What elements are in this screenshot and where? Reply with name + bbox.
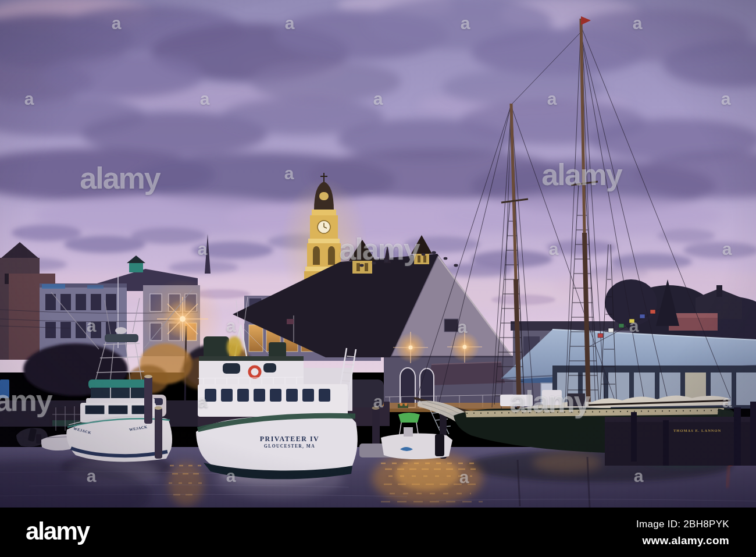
footer-bar: alamy Image ID: 2BH8PYK www.alamy.com (0, 508, 756, 557)
website-text: www.alamy.com (636, 534, 729, 547)
party-boat-port: GLOUCESTER, MA (258, 444, 322, 449)
alamy-logo: alamy (26, 519, 89, 544)
vignette (0, 0, 756, 508)
stock-photo: PRIVATEER IV GLOUCESTER, MA WEJACK WEJAC… (0, 0, 756, 508)
footer-info: Image ID: 2BH8PYK www.alamy.com (636, 518, 729, 547)
image-id-text: Image ID: 2BH8PYK (636, 518, 729, 530)
harbor-scene (0, 0, 756, 508)
party-boat-name: PRIVATEER IV (258, 435, 322, 444)
schooner-stern-name: THOMAS E. LANNON (673, 428, 721, 432)
stock-photo-page: PRIVATEER IV GLOUCESTER, MA WEJACK WEJAC… (0, 0, 756, 557)
